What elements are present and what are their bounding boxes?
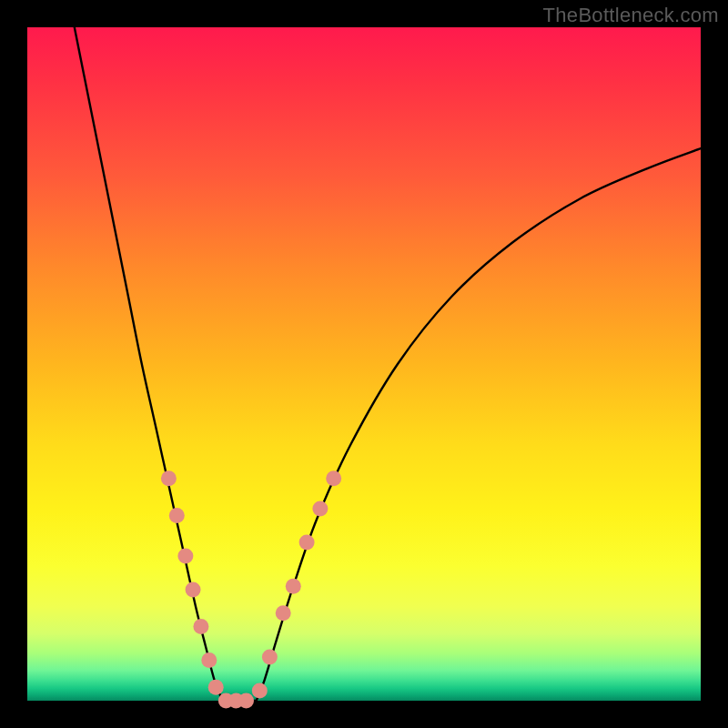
watermark-text: TheBottleneck.com [543,4,719,27]
curve-marker [299,535,315,551]
curve-marker [276,605,291,621]
curve-svg [27,27,701,701]
curve-marker [193,619,208,634]
curve-marker [326,470,341,486]
curve-marker [208,680,224,695]
curve-marker [201,652,217,668]
curve-marker [252,682,268,698]
curve-markers [161,470,341,708]
curve-marker [312,501,328,517]
curve-marker [186,581,201,597]
curve-marker [286,579,301,594]
curve-marker [238,693,254,709]
plot-area [27,27,701,701]
curve-marker [177,548,193,563]
curve-marker [262,649,278,664]
curve-marker [169,508,185,523]
bottleneck-curve [75,27,701,703]
chart-frame: TheBottleneck.com [0,0,728,728]
curve-marker [161,470,177,486]
